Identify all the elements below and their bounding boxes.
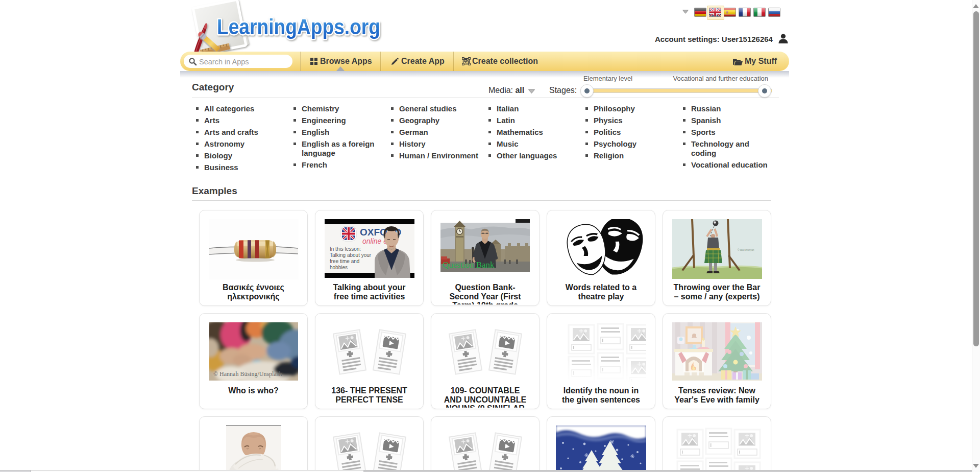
svg-text:hobbies: hobbies: [330, 265, 348, 270]
svg-text:LearningApps.org: LearningApps.org: [217, 14, 380, 39]
svg-text:free time and: free time and: [330, 258, 359, 264]
svg-text:© Hannah Büsing/Unsplash: © Hannah Büsing/Unsplash: [213, 370, 282, 377]
svg-text:Talking about your: Talking about your: [330, 252, 372, 258]
svg-text:© tata simonyan: © tata simonyan: [738, 248, 754, 251]
svg-text:Question Bank: Question Bank: [443, 260, 495, 270]
svg-text:In this lesson:: In this lesson:: [330, 246, 361, 252]
